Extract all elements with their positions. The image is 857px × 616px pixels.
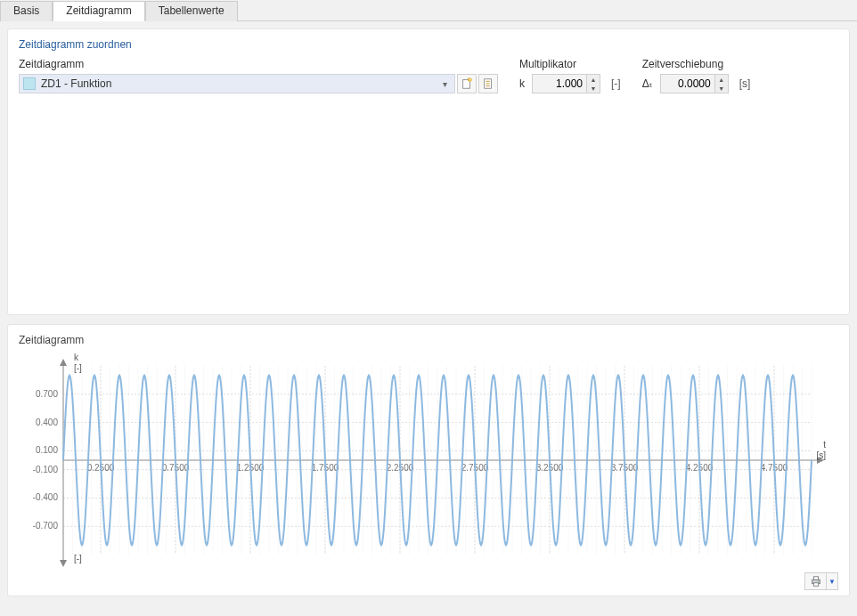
svg-point-1	[469, 78, 472, 82]
multiplikator-step-down[interactable]: ▼	[587, 84, 600, 93]
tab-zeitdiagramm[interactable]: Zeitdiagramm	[53, 1, 144, 21]
edit-zeitdiagramm-button[interactable]	[478, 74, 498, 93]
tab-tabellenwerte[interactable]: Tabellenwerte	[145, 1, 238, 21]
svg-text:[-]: [-]	[74, 363, 82, 373]
assign-panel: Zeitdiagramm zuordnen Zeitdiagramm ZD1 -…	[7, 28, 850, 315]
chart-area: 0.7000.4000.100-0.100-0.400-0.7000.25000…	[19, 350, 838, 571]
svg-text:0.400: 0.400	[36, 417, 58, 427]
multiplikator-field: Multiplikator k ▲ ▼ [-]	[519, 58, 621, 93]
zeitverschiebung-field: Zeitverschiebung Δₜ ▲ ▼ [s]	[642, 58, 751, 93]
zeitdiagramm-label: Zeitdiagramm	[19, 58, 498, 70]
tab-basis[interactable]: Basis	[0, 1, 53, 21]
svg-marker-104	[60, 560, 67, 567]
zeitverschiebung-unit: [s]	[739, 77, 751, 90]
document-icon	[482, 77, 494, 90]
multiplikator-input[interactable]	[533, 77, 586, 90]
svg-text:-0.700: -0.700	[33, 521, 59, 531]
multiplikator-unit: [-]	[611, 77, 621, 90]
svg-text:-0.100: -0.100	[33, 465, 59, 474]
multiplikator-step-up[interactable]: ▲	[587, 75, 600, 84]
chevron-down-icon: ▾	[439, 79, 451, 89]
svg-rect-128	[813, 583, 818, 587]
tab-bar: Basis Zeitdiagramm Tabellenwerte	[0, 0, 857, 21]
svg-rect-127	[813, 577, 818, 580]
zeitverschiebung-step-down[interactable]: ▼	[715, 84, 728, 93]
printer-icon	[810, 575, 822, 588]
chart-panel: Zeitdiagramm 0.7000.4000.100-0.100-0.400…	[7, 324, 850, 596]
assign-panel-title: Zeitdiagramm zuordnen	[19, 38, 838, 51]
zeitdiagramm-field: Zeitdiagramm ZD1 - Funktion ▾	[19, 58, 498, 93]
multiplikator-label: Multiplikator	[519, 58, 621, 70]
multiplikator-spinner[interactable]: ▲ ▼	[532, 74, 600, 93]
chart-svg: 0.7000.4000.100-0.100-0.400-0.7000.25000…	[19, 350, 838, 571]
zeitverschiebung-symbol: Δₜ	[642, 77, 653, 90]
new-zeitdiagramm-button[interactable]	[457, 74, 477, 93]
svg-text:[-]: [-]	[74, 554, 82, 563]
zeitverschiebung-input[interactable]	[661, 77, 714, 90]
zeitverschiebung-spinner[interactable]: ▲ ▼	[660, 74, 729, 93]
svg-marker-103	[60, 359, 67, 366]
zeitdiagramm-select-text: ZD1 - Funktion	[41, 77, 439, 90]
svg-text:[s]: [s]	[816, 450, 826, 460]
new-document-icon	[461, 77, 473, 90]
print-button[interactable]	[804, 572, 826, 590]
zeitverschiebung-step-up[interactable]: ▲	[715, 75, 728, 84]
zeitverschiebung-label: Zeitverschiebung	[642, 58, 751, 70]
print-button-dropdown[interactable]: ▼	[826, 572, 838, 590]
zeitdiagramm-color-swatch	[23, 77, 36, 90]
multiplikator-symbol: k	[519, 77, 525, 90]
svg-text:t: t	[823, 440, 826, 450]
svg-text:-0.400: -0.400	[33, 492, 59, 502]
svg-text:0.700: 0.700	[36, 389, 58, 399]
svg-text:k: k	[74, 353, 79, 362]
svg-point-129	[818, 580, 819, 581]
print-button-group: ▼	[804, 572, 838, 590]
chart-panel-title: Zeitdiagramm	[19, 334, 838, 346]
chevron-down-icon: ▼	[828, 578, 836, 586]
zeitdiagramm-select[interactable]: ZD1 - Funktion ▾	[19, 74, 455, 93]
svg-text:0.100: 0.100	[36, 445, 58, 455]
